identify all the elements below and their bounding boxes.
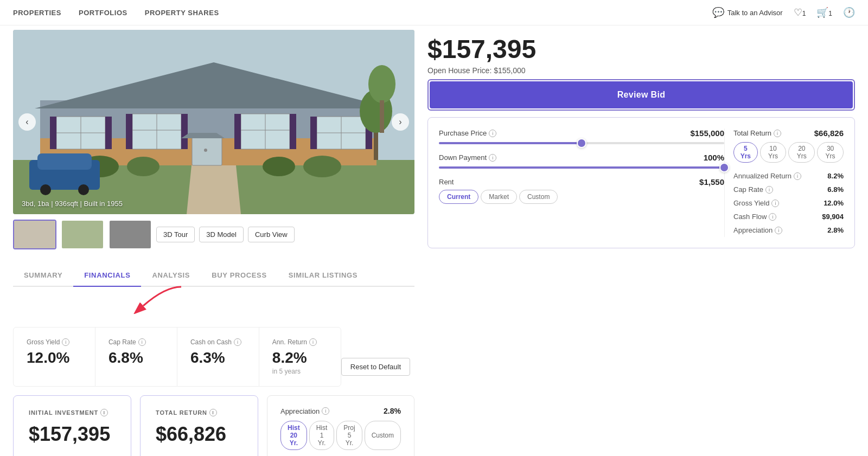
down-payment-value: 100% [704,153,724,162]
review-bid-button[interactable]: Review Bid [430,81,853,108]
history-button[interactable]: 🕐 [843,7,855,18]
financial-inner: Purchase Price i $155,000 Down Payment [439,129,844,237]
right-column: $157,395 Open House Price: $155,000 Revi… [427,25,855,456]
cap-rate-card: Cap Rate i 6.8% [95,327,177,386]
tab-analysis[interactable]: ANALYSIS [141,265,201,286]
initial-investment-info-icon[interactable]: i [100,409,108,416]
purchase-price-label: Purchase Price [439,129,487,137]
down-payment-row: Down Payment i 100% [439,153,724,162]
purchase-price-info-icon[interactable]: i [489,130,496,137]
initial-investment-label: INITIAL INVESTMENT [29,409,98,416]
cap-rate-returns-label: Cap Rate [733,185,763,194]
nav-portfolios[interactable]: PORTFOLIOS [79,9,127,17]
gross-yield-info-icon[interactable]: i [62,338,69,346]
main-content: ‹ › 3bd, 1ba | 936sqft | Built in 1955 3… [0,25,868,456]
tab-buy-process[interactable]: BUY PROCESS [201,265,278,286]
year-30-pill[interactable]: 30 Yrs [817,142,844,163]
image-prev-button[interactable]: ‹ [18,113,36,131]
svg-point-36 [78,184,89,195]
tab-financials[interactable]: FINANCIALS [73,265,141,287]
thumbnail-3[interactable] [108,220,152,249]
whatsapp-icon: 💬 [712,7,724,18]
talk-to-advisor-button[interactable]: 💬 Talk to an Advisor [712,7,783,18]
purchase-price-slider[interactable] [439,142,724,144]
rent-value: $1,550 [699,177,724,187]
appreciation-returns-value: 2.8% [827,226,844,234]
metrics-section: Gross Yield i 12.0% Cap Rate i 6.8% Cash… [13,314,414,387]
down-payment-info-icon[interactable]: i [489,154,496,162]
down-payment-slider[interactable] [439,166,724,169]
svg-rect-22 [234,114,241,149]
curb-view-button[interactable]: Curb View [248,227,295,242]
rent-current-button[interactable]: Current [439,190,478,204]
thumbnails-row: 3D Tour 3D Model Curb View [13,220,414,249]
ann-return-sub: in 5 years [272,368,328,375]
appreciation-returns-label: Appreciation [733,226,773,234]
annualized-return-info-icon[interactable]: i [794,172,801,180]
nav-properties[interactable]: PROPERTIES [13,9,61,17]
fp-left: Purchase Price i $155,000 Down Payment [439,129,724,237]
svg-marker-2 [187,160,241,214]
cap-rate-returns-row: Cap Rate i 6.8% [733,183,844,196]
tab-summary[interactable]: SUMMARY [13,265,73,286]
cap-rate-value: 6.8% [108,349,164,367]
gross-yield-returns-info-icon[interactable]: i [771,200,779,207]
annualized-return-value: 8.2% [827,172,844,180]
appreciation-value: 2.8% [384,407,401,415]
total-return-info-icon-2[interactable]: i [774,130,781,137]
ann-return-value: 8.2% [272,349,328,367]
initial-investment-card: INITIAL INVESTMENT i $157,395 [13,395,131,456]
cart-button[interactable]: 🛒1 [816,7,832,18]
wishlist-button[interactable]: ♡1 [794,7,806,18]
svg-point-39 [368,65,395,103]
cap-rate-returns-info-icon[interactable]: i [765,186,773,194]
year-20-pill[interactable]: 20 Yrs [788,142,815,163]
appreciation-card: Appreciation i 2.8% Hist 20 Yr. Hist 1 Y… [267,395,414,456]
svg-rect-15 [181,114,188,149]
hist-1yr-pill[interactable]: Hist 1 Yr. [309,421,335,450]
appreciation-info-icon[interactable]: i [322,407,329,415]
cash-on-cash-info-icon[interactable]: i [234,338,241,346]
appreciation-returns-row: Appreciation i 2.8% [733,223,844,237]
cap-rate-info-icon[interactable]: i [138,338,146,346]
3d-model-button[interactable]: 3D Model [199,227,244,242]
year-5-pill[interactable]: 5 Yrs [733,142,758,163]
total-return-card: TOTAL RETURN i $66,826 [140,395,258,456]
proj-5yr-pill[interactable]: Proj 5 Yr. [336,421,362,450]
tabs-row: SUMMARY FINANCIALS ANALYSIS BUY PROCESS … [13,265,414,287]
thumbnail-1[interactable] [13,220,56,249]
property-price: $157,395 [427,34,855,64]
ann-return-info-icon[interactable]: i [309,338,317,346]
rent-market-button[interactable]: Market [481,190,517,204]
custom-appreciation-pill[interactable]: Custom [365,421,401,450]
cash-flow-info-icon[interactable]: i [769,213,776,221]
left-column: ‹ › 3bd, 1ba | 936sqft | Built in 1955 3… [13,25,414,456]
cash-flow-label: Cash Flow [733,213,767,221]
gross-yield-label: Gross Yield [27,338,60,346]
total-return-panel-row: Total Return i $66,826 [733,129,844,138]
initial-investment-value: $157,395 [29,423,116,446]
hist-20yr-pill[interactable]: Hist 20 Yr. [280,421,307,450]
svg-point-31 [263,157,295,176]
returns-metrics: Annualized Return i 8.2% Cap Rate i 6.8% [733,169,844,237]
top-nav: PROPERTIES PORTFOLIOS PROPERTY SHARES 💬 … [0,0,868,25]
3d-tour-button[interactable]: 3D Tour [156,227,195,242]
image-next-button[interactable]: › [392,113,409,131]
rent-custom-button[interactable]: Custom [519,190,558,204]
gross-yield-returns-label: Gross Yield [733,199,769,207]
svg-rect-27 [310,117,317,149]
total-return-info-icon[interactable]: i [209,409,217,416]
total-return-panel-label: Total Return [733,129,771,137]
year-10-pill[interactable]: 10 Yrs [760,142,787,163]
total-return-value: $66,826 [156,423,242,446]
financial-panel: Purchase Price i $155,000 Down Payment [427,117,855,248]
thumbnail-2[interactable] [61,220,104,249]
reset-to-default-button[interactable]: Reset to Default [341,358,410,376]
property-image-container: ‹ › 3bd, 1ba | 936sqft | Built in 1955 [13,30,414,214]
tab-similar-listings[interactable]: SIMILAR LISTINGS [278,265,368,286]
property-image [13,30,414,214]
nav-property-shares[interactable]: PROPERTY SHARES [145,9,219,17]
fp-right: Total Return i $66,826 5 Yrs 10 Yrs 20 Y… [724,129,844,237]
open-house-price: Open House Price: $155,000 [427,66,855,75]
appreciation-returns-info-icon[interactable]: i [775,227,782,234]
